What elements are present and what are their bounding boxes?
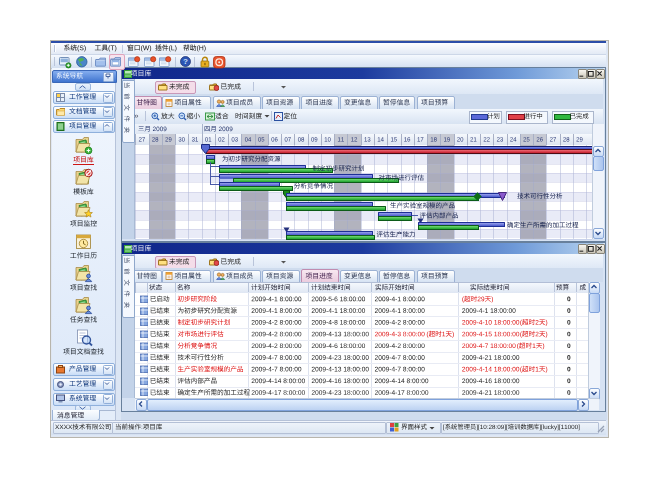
- svg-text:?: ?: [183, 57, 188, 66]
